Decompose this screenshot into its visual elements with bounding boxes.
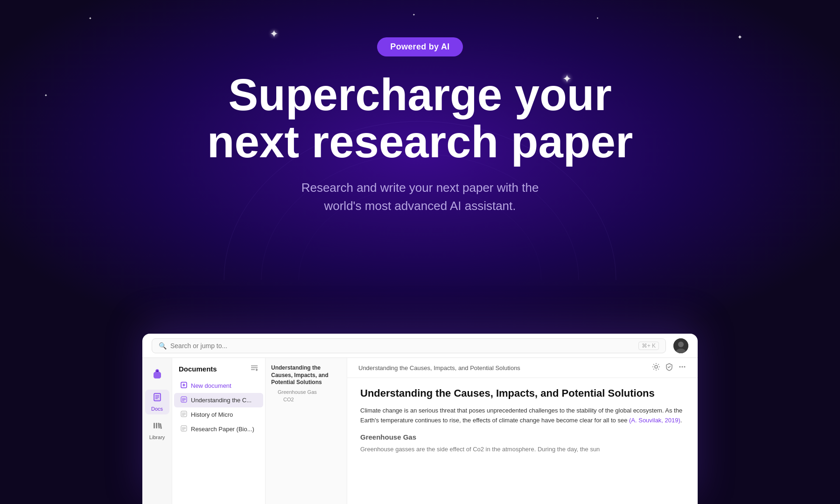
search-bar[interactable]: 🔍 ⌘+ K bbox=[152, 338, 666, 353]
doc-item-understanding-label: Understanding the C... bbox=[191, 397, 252, 404]
svg-point-4 bbox=[678, 342, 684, 347]
sidebar-item-docs[interactable]: Docs bbox=[145, 390, 169, 414]
doc-item-new-label: New document bbox=[191, 382, 231, 389]
svg-rect-13 bbox=[158, 423, 160, 428]
library-icon bbox=[153, 421, 162, 433]
citation: (A. Souvilak, 2019) bbox=[629, 417, 680, 424]
search-input[interactable] bbox=[170, 342, 635, 350]
breadcrumb-actions bbox=[652, 363, 686, 373]
docs-icon bbox=[153, 392, 162, 404]
doc-list-header: Documents bbox=[172, 364, 265, 378]
doc-item-research-label: Research Paper (Bio...) bbox=[191, 426, 254, 433]
doc-item-research[interactable]: Research Paper (Bio...) bbox=[174, 422, 263, 436]
doc-item-new[interactable]: New document bbox=[174, 378, 263, 393]
settings-icon[interactable] bbox=[652, 363, 660, 373]
doc-item-history-label: History of Micro bbox=[191, 411, 233, 418]
search-icon: 🔍 bbox=[159, 342, 167, 350]
outline-item-main[interactable]: Understanding the Causes, Impacts, and P… bbox=[271, 364, 341, 386]
doc-list-title: Documents bbox=[179, 365, 217, 373]
outline-item-co2[interactable]: CO2 bbox=[271, 397, 341, 402]
doc-title: Understanding the Causes, Impacts, and P… bbox=[360, 387, 685, 399]
outline-item-greenhouse[interactable]: Greenhouse Gas bbox=[271, 389, 341, 395]
doc-body-paragraph: Climate change is an serious threat that… bbox=[360, 406, 685, 426]
main-content: Understanding the Causes, Impacts, and P… bbox=[347, 358, 698, 504]
svg-rect-11 bbox=[154, 423, 155, 428]
hero-title: Supercharge your next research paper bbox=[207, 71, 633, 166]
svg-rect-12 bbox=[156, 423, 157, 428]
svg-point-38 bbox=[684, 366, 686, 368]
section-greenhouse-text: Greenhouse gasses are the side effect of… bbox=[360, 445, 685, 455]
svg-rect-14 bbox=[159, 423, 161, 429]
doc-list: Documents bbox=[172, 358, 266, 504]
doc-icon-3 bbox=[181, 425, 187, 433]
outline-panel: Understanding the Causes, Impacts, and P… bbox=[266, 358, 347, 504]
breadcrumb: Understanding the Causes, Impacts, and P… bbox=[358, 364, 520, 371]
ai-badge: Powered by AI bbox=[377, 37, 462, 56]
hero-subtitle: Research and write your next paper with … bbox=[301, 179, 539, 215]
logo-icon[interactable] bbox=[145, 365, 169, 382]
avatar[interactable] bbox=[673, 338, 688, 353]
content-area: Understanding the Causes, Impacts, and P… bbox=[347, 378, 698, 464]
more-icon[interactable] bbox=[678, 363, 686, 373]
svg-point-35 bbox=[655, 365, 658, 368]
app-topbar: 🔍 ⌘+ K bbox=[142, 334, 698, 358]
library-label: Library bbox=[149, 434, 165, 440]
doc-item-history[interactable]: History of Micro bbox=[174, 407, 263, 422]
section-heading-greenhouse: Greenhouse Gas bbox=[360, 433, 685, 441]
sidebar-item-library[interactable]: Library bbox=[145, 418, 169, 443]
doc-icon-2 bbox=[181, 411, 187, 419]
breadcrumb-bar: Understanding the Causes, Impacts, and P… bbox=[347, 358, 698, 378]
doc-icon-1 bbox=[181, 396, 187, 404]
sidebar-icons: Docs Library bbox=[142, 358, 172, 504]
docs-label: Docs bbox=[151, 406, 163, 412]
search-shortcut: ⌘+ K bbox=[638, 342, 659, 350]
avatar-image bbox=[673, 338, 688, 353]
doc-list-action-icon[interactable] bbox=[250, 364, 259, 374]
new-doc-icon bbox=[181, 382, 187, 390]
doc-item-understanding[interactable]: Understanding the C... bbox=[174, 393, 263, 407]
svg-point-37 bbox=[682, 366, 683, 368]
app-window: 🔍 ⌘+ K bbox=[142, 334, 698, 504]
shield-icon[interactable] bbox=[665, 363, 673, 373]
svg-point-36 bbox=[679, 366, 681, 368]
app-body: Docs Library Documents bbox=[142, 358, 698, 504]
hero-section: Powered by AI Supercharge your next rese… bbox=[0, 0, 840, 238]
